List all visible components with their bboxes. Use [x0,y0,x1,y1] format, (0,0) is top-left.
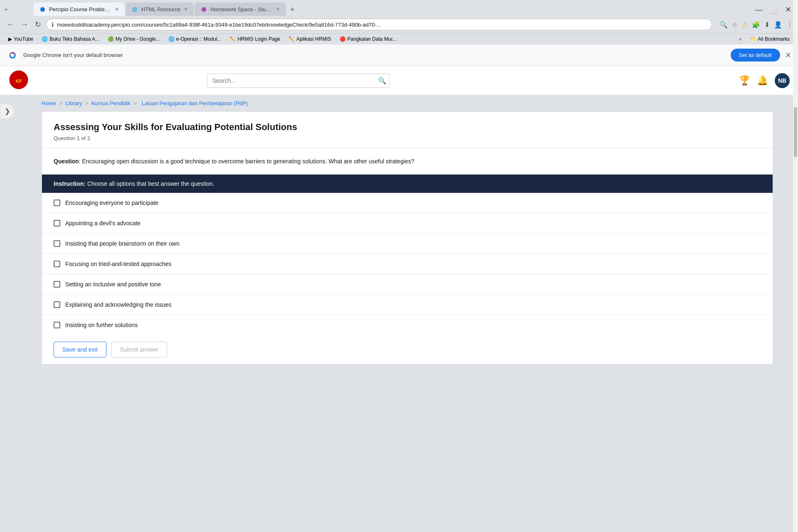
set-default-button[interactable]: Set as default [731,49,781,62]
menu-icon[interactable]: ⋮ [786,21,793,29]
question-section: Question: Encouraging open discussion is… [42,148,773,175]
bookmark-star-icon[interactable]: ☆ [732,21,738,29]
content-area: Assessing Your Skills for Evaluating Pot… [17,111,798,389]
tab-scroll-back[interactable]: ⌄ [3,4,9,12]
close-window-button[interactable]: ✕ [785,5,791,14]
header-search: 🔍 [207,74,390,88]
checkbox-5[interactable] [54,281,60,288]
user-avatar[interactable]: NB [775,73,790,88]
address-bar-icons: 🔍 ☆ ⚠ 🧩 ⬇ 👤 ⋮ [719,21,793,29]
instruction-text: Choose all options that best answer the … [86,180,214,187]
instruction-bar: Instruction: Choose all options that bes… [42,175,773,193]
option-1-label: Encouraging everyone to participate [65,200,158,206]
search-submit-button[interactable]: 🔍 [378,76,387,84]
save-and-exit-button[interactable]: Save and exit [54,342,106,357]
tab-favicon-3: 🟣 [200,6,207,12]
search-icon[interactable]: 🔍 [719,21,728,29]
tab-inactive-2[interactable]: 🌐 HTML Resource ✕ [126,2,194,16]
warning-icon: ⚠ [742,21,748,29]
extensions-icon[interactable]: 🧩 [752,21,760,29]
hrmis-login-favicon: ✏️ [229,36,236,42]
bookmark-youtube[interactable]: ▶ YouTube [5,35,37,43]
main-layout: ❯ Home > Library > Kursus Pendidik > Lal… [0,95,798,389]
option-3[interactable]: Insisting that people brainstorm on thei… [42,234,773,254]
notification-bell-button[interactable]: 🔔 [757,75,768,86]
maximize-button[interactable]: ⬜ [769,5,778,14]
bookmarks-more-button[interactable]: » [739,36,742,42]
tab-inactive-3[interactable]: 🟣 Homework Space - StudyX ✕ [195,2,286,16]
tab-title-1: Percipio Course Problem Solvin... [49,6,111,12]
back-button[interactable]: ← [5,19,16,31]
bookmark-aplikasi-hrmis[interactable]: ✏️ Aplikasi HRMIS [285,35,334,43]
svg-point-2 [11,54,14,57]
notification-close-button[interactable]: ✕ [785,51,791,60]
option-5-label: Setting an inclusive and positive tone [65,281,161,288]
bookmark-e-operasi[interactable]: 🌐 e-Operasi :: Modul... [165,35,225,43]
browser-window: ⌄ 🔵 Percipio Course Problem Solvin... ✕ … [0,0,798,532]
bookmark-hrmis-login-label: HRMIS Login Page [237,36,280,42]
option-6[interactable]: Explaining and acknowledging the issues [42,295,773,315]
address-bar-input-wrap[interactable]: ℹ [46,19,712,30]
option-2[interactable]: Appointing a devil's advocate [42,213,773,234]
question-body: : Encouraging open discussion is a good … [79,158,414,165]
tab-close-2[interactable]: ✕ [184,6,188,12]
checkbox-4[interactable] [54,261,60,267]
options-list: Encouraging everyone to participate Appo… [42,193,773,335]
minimize-button[interactable]: — [755,5,763,14]
bookmark-my-drive[interactable]: 🟢 My Drive - Google... [104,35,163,43]
buku-teks-favicon: 🌐 [42,36,48,42]
option-1[interactable]: Encouraging everyone to participate [42,193,773,213]
bookmark-buku-teks[interactable]: 🌐 Buku Teks Bahasa A... [38,35,103,43]
app-header: KP 🔍 🏆 🔔 NB [0,66,798,95]
breadcrumb-library[interactable]: Library [66,100,82,106]
option-2-label: Appointing a devil's advocate [65,220,140,227]
checkbox-7[interactable] [54,322,60,328]
checkbox-1[interactable] [54,200,60,206]
option-7-label: Insisting on further solutions [65,322,138,328]
tab-close-3[interactable]: ✕ [276,6,280,12]
breadcrumb-kursus[interactable]: Kursus Pendidik [91,100,131,106]
address-input[interactable] [57,22,707,28]
bookmark-youtube-label: YouTube [14,36,33,42]
bookmark-aplikasi-hrmis-label: Aplikasi HRMIS [296,36,331,42]
bookmark-pangkalan-label: Pangkalan Data Mur... [347,36,397,42]
forward-button[interactable]: → [19,19,30,31]
sidebar-toggle-button[interactable]: ❯ [0,103,15,119]
new-tab-button[interactable]: + [287,4,298,16]
all-bookmarks-button[interactable]: 📁 All Bookmarks [746,35,793,43]
user-profile-icon[interactable]: 👤 [774,21,782,29]
tab-active[interactable]: 🔵 Percipio Course Problem Solvin... ✕ [33,2,125,16]
bookmark-hrmis-login[interactable]: ✏️ HRMIS Login Page [226,35,283,43]
checkbox-6[interactable] [54,301,60,308]
breadcrumb: Home > Library > Kursus Pendidik > Lalua… [17,95,798,111]
bookmark-e-operasi-label: e-Operasi :: Modul... [176,36,222,42]
aplikasi-hrmis-favicon: ✏️ [288,36,295,42]
tab-close-1[interactable]: ✕ [115,6,119,12]
scrollbar-thumb[interactable] [794,107,797,157]
download-icon[interactable]: ⬇ [764,21,770,29]
breadcrumb-sep-3: > [134,100,138,106]
quiz-card: Assessing Your Skills for Evaluating Pot… [42,111,773,365]
checkbox-2[interactable] [54,220,60,227]
svg-text:KP: KP [16,79,22,84]
checkbox-3[interactable] [54,240,60,247]
search-input[interactable] [207,74,390,88]
option-5[interactable]: Setting an inclusive and positive tone [42,274,773,295]
bookmark-pangkalan[interactable]: 🔴 Pangkalan Data Mur... [336,35,400,43]
header-actions: 🏆 🔔 NB [739,73,790,88]
submit-answer-button[interactable]: Submit answer [111,342,167,357]
action-bar: Save and exit Submit answer [42,335,773,364]
my-drive-favicon: 🟢 [108,36,114,42]
window-controls: — ⬜ ✕ [755,5,798,16]
tab-title-3: Homework Space - StudyX [210,6,273,12]
search-wrap: 🔍 [207,74,390,88]
question-label: Question [54,158,79,165]
option-3-label: Insisting that people brainstorm on thei… [65,240,180,247]
bookmark-my-drive-label: My Drive - Google... [116,36,160,42]
quiz-title-section: Assessing Your Skills for Evaluating Pot… [42,112,773,148]
breadcrumb-home[interactable]: Home [42,100,56,106]
option-4[interactable]: Focusing on tried-and-tested approaches [42,254,773,274]
trophy-icon-button[interactable]: 🏆 [739,75,750,86]
option-7[interactable]: Insisting on further solutions [42,315,773,335]
reload-button[interactable]: ↻ [33,18,43,31]
